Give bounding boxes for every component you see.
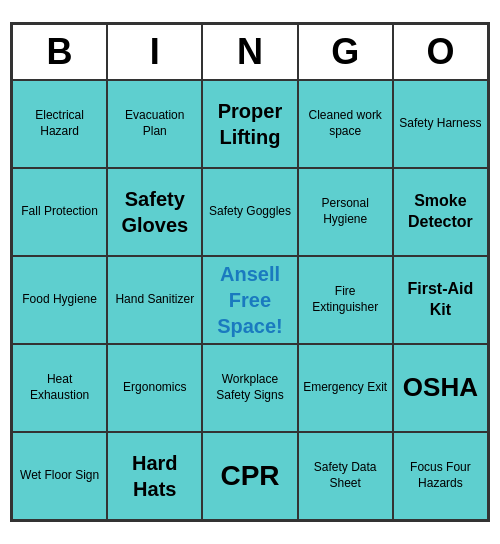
- bingo-cell: Fire Extinguisher: [298, 256, 393, 344]
- header-o: O: [393, 24, 488, 80]
- bingo-cell: Cleaned work space: [298, 80, 393, 168]
- bingo-cell: Safety Data Sheet: [298, 432, 393, 520]
- bingo-cell: Fall Protection: [12, 168, 107, 256]
- bingo-cell: Smoke Detector: [393, 168, 488, 256]
- bingo-cell: Safety Harness: [393, 80, 488, 168]
- header-b: B: [12, 24, 107, 80]
- bingo-cell: OSHA: [393, 344, 488, 432]
- bingo-card: B I N G O Electrical HazardEvacuation Pl…: [10, 22, 490, 522]
- bingo-cell: Personal Hygiene: [298, 168, 393, 256]
- bingo-cell: CPR: [202, 432, 297, 520]
- header-g: G: [298, 24, 393, 80]
- bingo-cell: First-Aid Kit: [393, 256, 488, 344]
- bingo-cell: Emergency Exit: [298, 344, 393, 432]
- bingo-cell: Food Hygiene: [12, 256, 107, 344]
- bingo-cell: Workplace Safety Signs: [202, 344, 297, 432]
- bingo-cell: Electrical Hazard: [12, 80, 107, 168]
- bingo-cell: Ergonomics: [107, 344, 202, 432]
- bingo-header: B I N G O: [12, 24, 488, 80]
- bingo-cell: Proper Lifting: [202, 80, 297, 168]
- bingo-cell: Hard Hats: [107, 432, 202, 520]
- header-i: I: [107, 24, 202, 80]
- bingo-cell: Heat Exhaustion: [12, 344, 107, 432]
- bingo-cell: Safety Gloves: [107, 168, 202, 256]
- bingo-cell: AnsellFree Space!: [202, 256, 297, 344]
- bingo-cell: Safety Goggles: [202, 168, 297, 256]
- bingo-grid: Electrical HazardEvacuation PlanProper L…: [12, 80, 488, 520]
- bingo-cell: Evacuation Plan: [107, 80, 202, 168]
- header-n: N: [202, 24, 297, 80]
- bingo-cell: Wet Floor Sign: [12, 432, 107, 520]
- bingo-cell: Hand Sanitizer: [107, 256, 202, 344]
- bingo-cell: Focus Four Hazards: [393, 432, 488, 520]
